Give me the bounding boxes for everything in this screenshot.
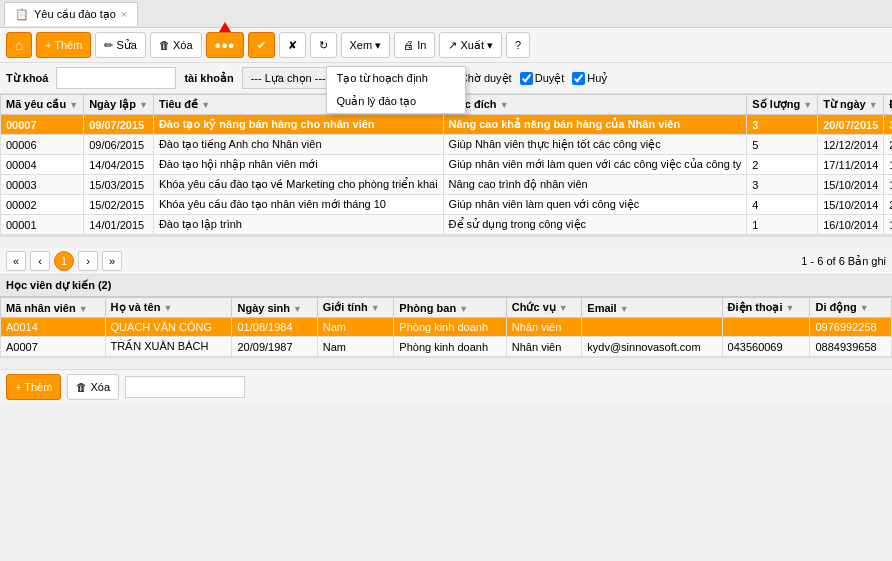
table-row[interactable]: 0000114/01/2015Đào tạo lập trìnhĐể sử dụ… (1, 215, 893, 235)
sub-table-cell: 20/09/1987 (232, 337, 317, 357)
record-info: 1 - 6 of 6 Bản ghi (801, 255, 886, 268)
delete-button[interactable]: 🗑 Xóa (150, 32, 202, 58)
sort-icon-tieu-de[interactable]: ▼ (201, 100, 210, 110)
sub-col-ma-nv[interactable]: Mã nhân viên ▼ (1, 298, 106, 318)
table-row[interactable]: 0000215/02/2015Khóa yêu cầu đào tạo nhân… (1, 195, 893, 215)
table-cell: 4 (747, 195, 818, 215)
sub-sort-ns[interactable]: ▼ (293, 304, 302, 314)
action-button[interactable]: ●●● (206, 32, 244, 58)
table-row[interactable]: 0000414/04/2015Đào tạo hội nhập nhân viê… (1, 155, 893, 175)
keyword-input[interactable] (56, 67, 176, 89)
table-cell: 3 (747, 175, 818, 195)
bottom-add-label: + Thêm (15, 381, 52, 393)
sub-sort-cv[interactable]: ▼ (559, 303, 568, 313)
sub-section: Học viên dự kiến (2) Mã nhân viên ▼ Họ v… (0, 275, 892, 369)
sub-table-cell: Nhân viên (506, 337, 582, 357)
sort-icon-sl[interactable]: ▼ (803, 100, 812, 110)
col-den-ngay[interactable]: Đến ngày ▼ (884, 95, 892, 115)
edit-button[interactable]: ✏ Sửa (95, 32, 146, 58)
dropdown-item-create-plan[interactable]: Tạo từ hoạch định (327, 67, 465, 90)
export-button[interactable]: ↗ Xuất ▾ (439, 32, 502, 58)
help-button[interactable]: ? (506, 32, 530, 58)
sub-sort-ho-ten[interactable]: ▼ (163, 303, 172, 313)
page-prev[interactable]: ‹ (30, 251, 50, 271)
page-first[interactable]: « (6, 251, 26, 271)
bottom-delete-button[interactable]: 🗑 Xóa (67, 374, 119, 400)
col-tu-ngay[interactable]: Từ ngày ▼ (818, 95, 884, 115)
sub-sort-gt[interactable]: ▼ (371, 303, 380, 313)
sub-table-cell: 0976992258 (810, 318, 892, 337)
tab-close[interactable]: × (121, 9, 127, 20)
table-cell: Nâng cao trình độ nhân viên (443, 175, 747, 195)
view-button[interactable]: Xem ▾ (341, 32, 391, 58)
sub-col-dien-thoai[interactable]: Điện thoại ▼ (722, 298, 810, 318)
bottom-search-input[interactable] (125, 376, 245, 398)
dropdown-item-manage-training[interactable]: Quản lý đào tạo (327, 90, 465, 113)
sub-col-ho-ten[interactable]: Họ và tên ▼ (105, 298, 232, 318)
sort-icon-ngay[interactable]: ▼ (139, 100, 148, 110)
tab-bar: 📋 Yêu cầu đào tạo × (0, 0, 892, 28)
sub-col-di-dong[interactable]: Di động ▼ (810, 298, 892, 318)
table-row[interactable]: 0000709/07/2015Đào tạo kỹ năng bán hàng … (1, 115, 893, 135)
table-row[interactable]: 0000609/06/2015Đào tạo tiếng Anh cho Nhâ… (1, 135, 893, 155)
sub-col-chuc-vu[interactable]: Chức vụ ▼ (506, 298, 582, 318)
bottom-delete-label: 🗑 Xóa (76, 381, 110, 393)
sub-table-cell: 01/08/1984 (232, 318, 317, 337)
sub-title: Học viên dự kiến (2) (6, 279, 111, 292)
sub-sort-email[interactable]: ▼ (620, 304, 629, 314)
page-current[interactable]: 1 (54, 251, 74, 271)
table-cell: 20/07/2015 (818, 115, 884, 135)
main-table: Mã yêu cầu ▼ Ngày lập ▼ Tiêu đề ▼ Mục đí… (0, 94, 892, 235)
table-cell: 20/10/2014 (884, 195, 892, 215)
pagination: « ‹ 1 › » 1 - 6 of 6 Bản ghi (0, 248, 892, 275)
sub-table-cell (722, 318, 810, 337)
sub-col-gioi-tinh[interactable]: Giới tính ▼ (317, 298, 394, 318)
sort-icon-ma[interactable]: ▼ (69, 100, 78, 110)
page-next[interactable]: › (78, 251, 98, 271)
table-cell: Đào tạo lập trình (153, 215, 443, 235)
table-cell: Đào tạo hội nhập nhân viên mới (153, 155, 443, 175)
table-cell: 22/12/2014 (884, 135, 892, 155)
tab-icon: 📋 (15, 8, 29, 21)
table-cell: 3 (747, 115, 818, 135)
cb-huy[interactable] (572, 72, 585, 85)
col-muc-dich[interactable]: Mục đích ▼ (443, 95, 747, 115)
sub-col-phong-ban[interactable]: Phòng ban ▼ (394, 298, 506, 318)
refresh-button[interactable]: ↻ (310, 32, 337, 58)
table-cell: 00002 (1, 195, 84, 215)
main-table-wrap: Mã yêu cầu ▼ Ngày lập ▼ Tiêu đề ▼ Mục đí… (0, 94, 892, 236)
cb-duyet[interactable] (520, 72, 533, 85)
add-button[interactable]: + Thêm (36, 32, 91, 58)
sub-sort-dd[interactable]: ▼ (860, 303, 869, 313)
print-button[interactable]: 🖨 In (394, 32, 435, 58)
sub-sort-ma-nv[interactable]: ▼ (79, 304, 88, 314)
sub-col-email[interactable]: Email ▼ (582, 298, 722, 318)
sub-sort-pb[interactable]: ▼ (459, 304, 468, 314)
approve-button[interactable]: ✔ (248, 32, 275, 58)
table-row[interactable]: A0007TRẦN XUÂN BÁCH20/09/1987NamPhòng ki… (1, 337, 892, 357)
table-cell: Để sử dụng trong công việc (443, 215, 747, 235)
sub-sort-dt[interactable]: ▼ (786, 303, 795, 313)
sort-icon-tu[interactable]: ▼ (869, 100, 878, 110)
page-last[interactable]: » (102, 251, 122, 271)
unapprove-button[interactable]: ✘ (279, 32, 306, 58)
table-cell: 15/10/2014 (818, 175, 884, 195)
col-ngay-lap[interactable]: Ngày lập ▼ (84, 95, 154, 115)
sort-icon-muc-dich[interactable]: ▼ (500, 100, 509, 110)
col-ma-yeu-cau[interactable]: Mã yêu cầu ▼ (1, 95, 84, 115)
home-button[interactable]: ⌂ (6, 32, 32, 58)
col-so-luong[interactable]: Số lượng ▼ (747, 95, 818, 115)
home-icon: ⌂ (15, 37, 23, 53)
table-cell: Giúp nhân viên mới làm quen với các công… (443, 155, 747, 175)
sub-col-ngay-sinh[interactable]: Ngày sinh ▼ (232, 298, 317, 318)
table-row[interactable]: 0000315/03/2015Khóa yêu cầu đào tạo về M… (1, 175, 893, 195)
sub-table-body: A0014QUÁCH VĂN CÔNG01/08/1984NamPhòng ki… (1, 318, 892, 357)
bottom-add-button[interactable]: + Thêm (6, 374, 61, 400)
cb-duyet-label: Duyệt (535, 72, 565, 85)
table-cell: 12/12/2014 (818, 135, 884, 155)
table-cell: 14/01/2015 (84, 215, 154, 235)
table-row[interactable]: A0014QUÁCH VĂN CÔNG01/08/1984NamPhòng ki… (1, 318, 892, 337)
tab-yeu-cau-dao-tao[interactable]: 📋 Yêu cầu đào tạo × (4, 2, 138, 26)
sub-scrollbar[interactable] (0, 357, 892, 369)
main-scrollbar[interactable] (0, 236, 892, 248)
